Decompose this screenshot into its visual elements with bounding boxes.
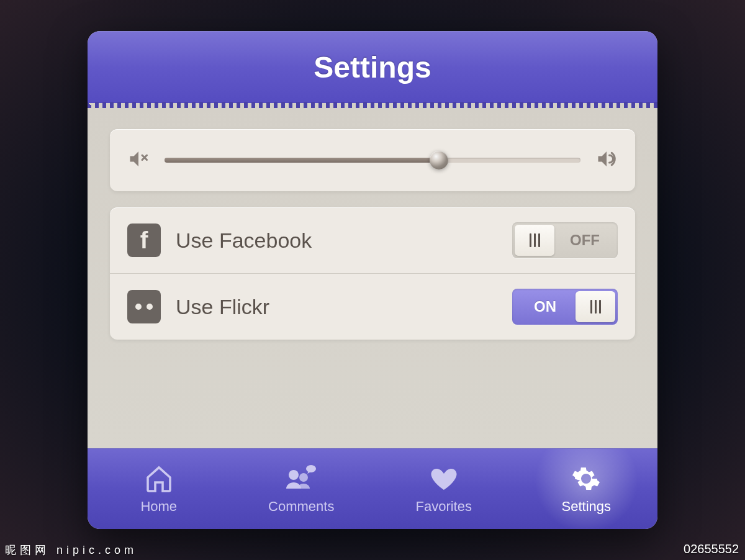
facebook-row: f Use Facebook OFF <box>110 207 635 274</box>
heart-icon <box>429 464 459 494</box>
settings-panel: Settings f <box>88 31 657 529</box>
toggle-handle <box>515 225 554 256</box>
volume-slider[interactable] <box>165 158 580 163</box>
flickr-icon <box>127 290 161 323</box>
tab-settings[interactable]: Settings <box>515 449 658 529</box>
facebook-icon: f <box>127 224 161 257</box>
facebook-label: Use Facebook <box>176 228 497 253</box>
tab-comments[interactable]: Comments <box>230 449 373 529</box>
svg-point-2 <box>306 465 316 472</box>
flickr-toggle[interactable]: ON <box>512 289 618 325</box>
svg-point-0 <box>289 470 299 480</box>
tab-comments-label: Comments <box>268 499 334 515</box>
tab-home-label: Home <box>140 499 177 515</box>
volume-mute-icon <box>127 148 150 173</box>
volume-max-icon <box>595 148 618 173</box>
volume-card <box>110 129 635 191</box>
facebook-toggle[interactable]: OFF <box>512 222 618 258</box>
flickr-label: Use Flickr <box>176 295 497 319</box>
comments-icon <box>285 464 317 494</box>
social-card: f Use Facebook OFF Use Flickr ON <box>110 207 635 340</box>
toggle-handle <box>576 291 615 322</box>
svg-point-1 <box>299 473 308 482</box>
watermark-left: 昵图网 nipic.com <box>5 543 137 558</box>
tab-home[interactable]: Home <box>88 449 230 529</box>
content-area: f Use Facebook OFF Use Flickr ON <box>88 103 657 448</box>
tab-settings-label: Settings <box>562 499 612 515</box>
watermark-right: 02655552 <box>684 542 739 556</box>
tab-favorites[interactable]: Favorites <box>372 449 515 529</box>
flickr-row: Use Flickr ON <box>110 274 635 340</box>
slider-fill <box>165 158 439 163</box>
gear-icon <box>571 464 601 494</box>
slider-knob[interactable] <box>430 151 448 169</box>
page-title: Settings <box>314 50 431 84</box>
tab-favorites-label: Favorites <box>416 499 472 515</box>
header: Settings <box>88 31 657 103</box>
home-icon <box>144 464 174 494</box>
tab-bar: Home Comments Favorites <box>88 448 657 529</box>
